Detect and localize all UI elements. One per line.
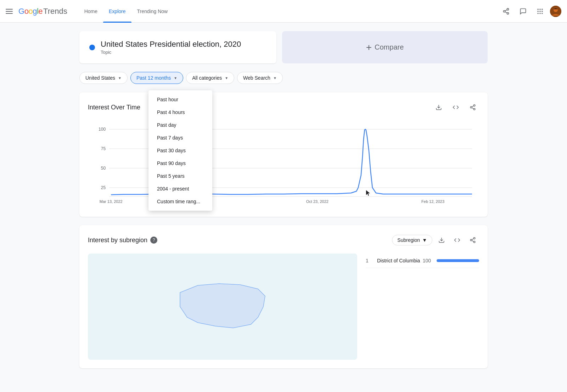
region-label: United States	[85, 75, 115, 81]
subregion-bar-container	[437, 259, 479, 262]
nav-explore[interactable]: Explore	[103, 0, 131, 23]
chart-share-button[interactable]	[466, 101, 479, 114]
svg-point-36	[473, 238, 475, 239]
svg-point-11	[538, 13, 539, 14]
menu-icon[interactable]	[6, 9, 13, 14]
nav-trending[interactable]: Trending Now	[131, 0, 174, 23]
subregion-embed-button[interactable]	[451, 234, 464, 246]
subregion-share-button[interactable]	[466, 234, 479, 246]
topic-title: United States Presidential election, 202…	[101, 40, 266, 49]
dropdown-custom[interactable]: Custom time rang...	[148, 195, 212, 208]
main-content: United States Presidential election, 202…	[71, 23, 496, 377]
feedback-button[interactable]	[516, 4, 530, 18]
subregion-score: 100	[423, 258, 431, 263]
interest-chart: 100 75 50 25 Mar 13, 2022 Jul 3, 2022 Oc…	[88, 122, 479, 207]
topic-card: United States Presidential election, 202…	[79, 31, 276, 63]
subregion-title-group: Interest by subregion ?	[88, 237, 157, 244]
chart-download-button[interactable]	[432, 101, 445, 114]
interest-over-time-card: Interest Over Time	[79, 92, 488, 217]
filter-row: United States ▼ Past 12 months ▼ Past ho…	[79, 72, 488, 84]
ranking-area: 1 District of Columbia 100	[366, 254, 479, 360]
dropdown-past-30days[interactable]: Past 30 days	[148, 144, 212, 157]
svg-point-0	[507, 8, 509, 10]
topic-info: United States Presidential election, 202…	[101, 40, 266, 55]
svg-point-7	[541, 8, 543, 10]
svg-point-6	[539, 8, 540, 10]
svg-text:25: 25	[101, 185, 106, 190]
svg-text:Oct 23, 2022: Oct 23, 2022	[306, 199, 329, 204]
search-type-filter[interactable]: Web Search ▼	[237, 72, 283, 84]
compare-button[interactable]: + Compare	[366, 42, 404, 53]
svg-line-4	[505, 10, 507, 11]
user-avatar[interactable]	[550, 6, 561, 17]
help-icon[interactable]: ?	[150, 237, 157, 244]
table-row: 1 District of Columbia 100	[366, 254, 479, 268]
chart-embed-button[interactable]	[449, 101, 462, 114]
svg-line-40	[472, 239, 473, 240]
main-nav: Home Explore Trending Now	[79, 0, 499, 23]
topic-label: Topic	[101, 50, 266, 55]
app-header: Google Trends Home Explore Trending Now	[0, 0, 567, 23]
time-filter[interactable]: Past 12 months ▼	[130, 72, 183, 84]
dropdown-past-day[interactable]: Past day	[148, 119, 212, 131]
category-label: All categories	[192, 75, 222, 81]
category-filter[interactable]: All categories ▼	[186, 72, 234, 84]
svg-point-19	[473, 108, 475, 110]
compare-plus-icon: +	[366, 42, 372, 53]
svg-line-21	[472, 106, 473, 107]
svg-point-5	[538, 8, 539, 10]
chart-area: 100 75 50 25 Mar 13, 2022 Jul 3, 2022 Oc…	[88, 122, 479, 208]
svg-point-13	[541, 13, 543, 14]
time-label: Past 12 months	[136, 75, 171, 81]
svg-text:Feb 12, 2023: Feb 12, 2023	[421, 199, 444, 204]
dropdown-past-90days[interactable]: Past 90 days	[148, 157, 212, 170]
search-section: United States Presidential election, 202…	[79, 31, 488, 63]
svg-line-3	[505, 12, 507, 13]
chart-actions	[432, 101, 479, 114]
compare-card[interactable]: + Compare	[282, 31, 488, 63]
dropdown-past-hour[interactable]: Past hour	[148, 93, 212, 106]
svg-line-20	[472, 108, 473, 109]
subregion-header: Interest by subregion ? Subregion ▼	[88, 234, 479, 246]
svg-text:Mar 13, 2022: Mar 13, 2022	[100, 199, 123, 204]
logo-trends: Trends	[43, 7, 67, 16]
dropdown-2004-present[interactable]: 2004 - present	[148, 182, 212, 195]
region-filter[interactable]: United States ▼	[79, 72, 128, 84]
chart-title: Interest Over Time	[88, 104, 140, 111]
svg-point-18	[470, 107, 472, 108]
svg-point-9	[539, 11, 540, 12]
time-dropdown-menu: Past hour Past 4 hours Past day Past 7 d…	[148, 90, 212, 211]
svg-point-12	[539, 13, 540, 14]
svg-point-8	[538, 11, 539, 12]
apps-button[interactable]	[533, 4, 547, 18]
svg-point-37	[470, 239, 472, 241]
svg-line-39	[472, 240, 473, 242]
svg-point-10	[541, 11, 543, 12]
svg-point-38	[473, 241, 475, 243]
nav-home[interactable]: Home	[79, 0, 103, 23]
search-type-arrow-icon: ▼	[273, 76, 277, 80]
logo-google: Google	[18, 7, 43, 16]
compare-label: Compare	[375, 43, 404, 51]
dropdown-past-4hours[interactable]: Past 4 hours	[148, 106, 212, 119]
topic-dot	[89, 45, 95, 50]
dropdown-past-7days[interactable]: Past 7 days	[148, 131, 212, 144]
dropdown-past-5years[interactable]: Past 5 years	[148, 170, 212, 182]
subregion-card: Interest by subregion ? Subregion ▼	[79, 225, 488, 368]
svg-text:100: 100	[99, 127, 106, 132]
time-arrow-icon: ▼	[174, 76, 177, 80]
share-button[interactable]	[499, 4, 513, 18]
subregion-download-button[interactable]	[435, 234, 448, 246]
subregion-title: Interest by subregion	[88, 237, 147, 244]
category-arrow-icon: ▼	[225, 76, 228, 80]
header-actions	[499, 4, 561, 18]
subregion-filter-label: Subregion	[397, 237, 420, 243]
svg-point-1	[504, 10, 505, 12]
subregion-name: District of Columbia	[377, 258, 423, 263]
subregion-filter[interactable]: Subregion ▼	[392, 235, 432, 245]
subregion-bar	[437, 259, 479, 262]
subregion-actions: Subregion ▼	[392, 234, 479, 246]
svg-point-17	[473, 105, 475, 107]
logo: Google Trends	[18, 7, 67, 16]
chart-header: Interest Over Time	[88, 101, 479, 114]
